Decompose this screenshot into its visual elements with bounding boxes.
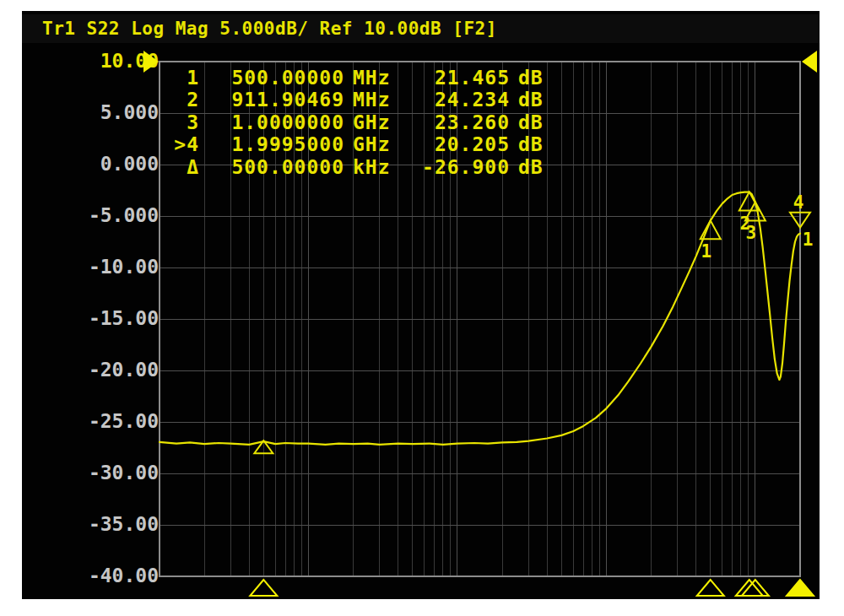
marker-table-cell: 3 [165,111,199,133]
marker-table-cell: dB [510,133,547,155]
marker-table-cell: >4 [165,133,199,155]
marker-table-cell: MHz [344,67,400,89]
trace-marker-4[interactable]: 41 [790,192,813,250]
marker-table-cell: MHz [344,89,400,111]
marker-table-cell: -26.900 [400,156,510,178]
marker-table-cell: GHz [344,133,400,155]
marker-table-cell: dB [510,89,547,111]
marker-number-label: 3 [746,223,757,243]
marker-table-row[interactable]: 1500.00000MHz21.465dB [165,67,547,89]
marker-table-row[interactable]: >41.9995000GHz20.205dB [165,133,547,155]
marker-number-label: 1 [701,241,711,262]
marker-table-row[interactable]: Δ500.00000kHz-26.900dB [165,156,547,178]
marker-table-cell: 21.465 [400,67,510,89]
marker-readout-table: 1500.00000MHz21.465dB2911.90469MHz24.234… [165,67,547,178]
marker-number-label: 4 [793,192,804,213]
marker-table-cell: 1 [165,67,199,89]
trace-s22-logmag[interactable] [160,192,800,445]
marker-table-cell: 23.260 [400,111,510,133]
marker-sub-label: 1 [803,230,814,250]
marker-table-row[interactable]: 31.0000000GHz23.260dB [165,111,547,133]
stimulus-marker-4-icon [787,580,814,596]
marker-table-cell: 24.234 [400,89,510,111]
ref-level-indicator-left [143,51,159,73]
marker-table-cell: 2 [165,89,199,111]
marker-table-cell: 911.90469 [199,89,344,111]
stimulus-marker-1-icon [697,580,724,596]
marker-table-cell: dB [510,67,547,89]
marker-table-cell: dB [510,156,547,178]
vna-screen-page: Tr1 S22 Log Mag 5.000dB/ Ref 10.00dB [F2… [0,0,844,616]
marker-table-cell: kHz [344,156,400,178]
marker-table-row[interactable]: 2911.90469MHz24.234dB [165,89,547,111]
marker-table-cell: 20.205 [400,133,510,155]
stimulus-marker-Δ-icon [250,580,277,596]
marker-table-cell: 1.9995000 [199,133,344,155]
marker-table-cell: 500.00000 [199,67,344,89]
marker-table-cell: dB [510,111,547,133]
marker-table-cell: 500.00000 [199,156,344,178]
marker-table-cell: 1.0000000 [199,111,344,133]
ref-level-indicator-right [802,51,817,73]
marker-table-cell: GHz [344,111,400,133]
marker-table-cell: Δ [165,156,199,178]
